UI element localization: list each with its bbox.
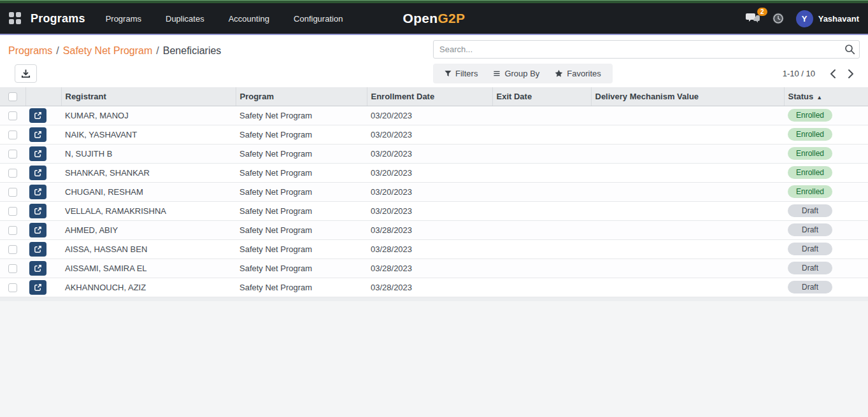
open-record-button[interactable]	[29, 204, 46, 218]
status-cell[interactable]: Draft	[784, 278, 868, 297]
app-title[interactable]: Programs	[31, 12, 85, 25]
delivery-mechanism-value-cell[interactable]	[591, 220, 784, 239]
registrant-cell[interactable]: KUMAR, MANOJ	[61, 106, 236, 125]
enrollment-date-cell[interactable]: 03/20/2023	[367, 182, 492, 201]
row-checkbox[interactable]	[8, 188, 17, 197]
open-record-button[interactable]	[29, 261, 46, 276]
delivery-mechanism-value-cell[interactable]	[591, 106, 784, 125]
nav-item-programs[interactable]: Programs	[104, 10, 143, 27]
table-row[interactable]: KUMAR, MANOJ Safety Net Program 03/20/20…	[0, 106, 868, 125]
program-cell[interactable]: Safety Net Program	[236, 163, 367, 182]
open-record-button[interactable]	[29, 166, 46, 180]
enrollment-date-cell[interactable]: 03/20/2023	[367, 144, 492, 163]
delivery-mechanism-value-cell[interactable]	[591, 144, 784, 163]
activities-clock-icon[interactable]	[772, 12, 785, 25]
program-cell[interactable]: Safety Net Program	[236, 201, 367, 220]
table-row[interactable]: AHMED, ABIY Safety Net Program 03/28/202…	[0, 220, 868, 239]
search-icon[interactable]	[844, 44, 855, 55]
status-cell[interactable]: Enrolled	[784, 106, 868, 125]
row-checkbox[interactable]	[8, 226, 17, 235]
exit-date-cell[interactable]	[492, 144, 591, 163]
delivery-mechanism-value-cell[interactable]	[591, 258, 784, 278]
exit-date-cell[interactable]	[492, 201, 591, 220]
exit-date-cell[interactable]	[492, 125, 591, 144]
program-cell[interactable]: Safety Net Program	[236, 144, 367, 163]
delivery-mechanism-value-cell[interactable]	[591, 182, 784, 201]
registrant-cell[interactable]: AHMED, ABIY	[61, 220, 236, 239]
registrant-cell[interactable]: NAIK, YASHAVANT	[61, 125, 236, 144]
enrollment-date-cell[interactable]: 03/28/2023	[367, 220, 492, 239]
breadcrumb-safety-net-program-link[interactable]: Safety Net Program	[63, 45, 153, 57]
table-row[interactable]: N, SUJITH B Safety Net Program 03/20/202…	[0, 144, 868, 163]
favorites-button[interactable]: Favorites	[547, 65, 608, 82]
enrollment-date-cell[interactable]: 03/28/2023	[367, 239, 492, 258]
pager-next-icon[interactable]	[848, 69, 855, 79]
exit-date-cell[interactable]	[492, 182, 591, 201]
column-header-exit-date[interactable]: Exit Date	[492, 87, 591, 106]
program-cell[interactable]: Safety Net Program	[236, 258, 367, 278]
table-row[interactable]: CHUGANI, RESHAM Safety Net Program 03/20…	[0, 182, 868, 201]
enrollment-date-cell[interactable]: 03/28/2023	[367, 258, 492, 278]
enrollment-date-cell[interactable]: 03/28/2023	[367, 278, 492, 297]
open-record-button[interactable]	[29, 280, 46, 295]
status-cell[interactable]: Draft	[784, 201, 868, 220]
program-cell[interactable]: Safety Net Program	[236, 182, 367, 201]
enrollment-date-cell[interactable]: 03/20/2023	[367, 125, 492, 144]
open-record-button[interactable]	[29, 223, 46, 237]
row-checkbox[interactable]	[8, 131, 17, 139]
open-record-button[interactable]	[29, 127, 46, 142]
table-row[interactable]: NAIK, YASHAVANT Safety Net Program 03/20…	[0, 125, 868, 144]
delivery-mechanism-value-cell[interactable]	[591, 125, 784, 144]
program-cell[interactable]: Safety Net Program	[236, 220, 367, 239]
program-cell[interactable]: Safety Net Program	[236, 278, 367, 297]
status-cell[interactable]: Draft	[784, 239, 868, 258]
exit-date-cell[interactable]	[492, 106, 591, 125]
status-cell[interactable]: Enrolled	[784, 125, 868, 144]
user-menu[interactable]: Y Yashavant	[796, 10, 859, 27]
enrollment-date-cell[interactable]: 03/20/2023	[367, 163, 492, 182]
exit-date-cell[interactable]	[492, 258, 591, 278]
column-header-program[interactable]: Program	[236, 87, 367, 106]
export-download-button[interactable]	[15, 64, 37, 83]
delivery-mechanism-value-cell[interactable]	[591, 278, 784, 297]
exit-date-cell[interactable]	[492, 220, 591, 239]
search-input[interactable]	[433, 40, 860, 59]
delivery-mechanism-value-cell[interactable]	[591, 239, 784, 258]
registrant-cell[interactable]: AISSAMI, SAMIRA EL	[61, 258, 236, 278]
table-row[interactable]: VELLALA, RAMAKRISHNA Safety Net Program …	[0, 201, 868, 220]
row-checkbox[interactable]	[8, 283, 17, 292]
open-record-button[interactable]	[29, 108, 46, 123]
nav-item-accounting[interactable]: Accounting	[227, 10, 271, 27]
row-checkbox[interactable]	[8, 111, 17, 120]
select-all-checkbox[interactable]	[8, 92, 17, 101]
program-cell[interactable]: Safety Net Program	[236, 106, 367, 125]
table-row[interactable]: SHANKAR, SHANKAR Safety Net Program 03/2…	[0, 163, 868, 182]
program-cell[interactable]: Safety Net Program	[236, 125, 367, 144]
group-by-button[interactable]: Group By	[485, 65, 547, 82]
table-row[interactable]: AISSA, HASSAN BEN Safety Net Program 03/…	[0, 239, 868, 258]
column-header-status[interactable]: Status▲	[784, 87, 868, 106]
status-cell[interactable]: Enrolled	[784, 182, 868, 201]
delivery-mechanism-value-cell[interactable]	[591, 163, 784, 182]
program-cell[interactable]: Safety Net Program	[236, 239, 367, 258]
status-cell[interactable]: Draft	[784, 258, 868, 278]
row-checkbox[interactable]	[8, 207, 17, 216]
column-header-enrollment-date[interactable]: Enrollment Date	[367, 87, 492, 106]
table-row[interactable]: AISSAMI, SAMIRA EL Safety Net Program 03…	[0, 258, 868, 278]
open-record-button[interactable]	[29, 146, 46, 161]
row-checkbox[interactable]	[8, 150, 17, 159]
table-row[interactable]: AKHANNOUCH, AZIZ Safety Net Program 03/2…	[0, 278, 868, 297]
registrant-cell[interactable]: SHANKAR, SHANKAR	[61, 163, 236, 182]
row-checkbox[interactable]	[8, 169, 17, 178]
delivery-mechanism-value-cell[interactable]	[591, 201, 784, 220]
row-checkbox[interactable]	[8, 245, 17, 254]
enrollment-date-cell[interactable]: 03/20/2023	[367, 201, 492, 220]
nav-item-configuration[interactable]: Configuration	[292, 10, 344, 27]
apps-grid-icon[interactable]	[9, 12, 22, 25]
registrant-cell[interactable]: CHUGANI, RESHAM	[61, 182, 236, 201]
open-record-button[interactable]	[29, 185, 46, 199]
column-header-delivery-mechanism-value[interactable]: Delivery Mechanism Value	[591, 87, 784, 106]
status-cell[interactable]: Enrolled	[784, 144, 868, 163]
pager-previous-icon[interactable]	[829, 69, 836, 79]
registrant-cell[interactable]: AISSA, HASSAN BEN	[61, 239, 236, 258]
